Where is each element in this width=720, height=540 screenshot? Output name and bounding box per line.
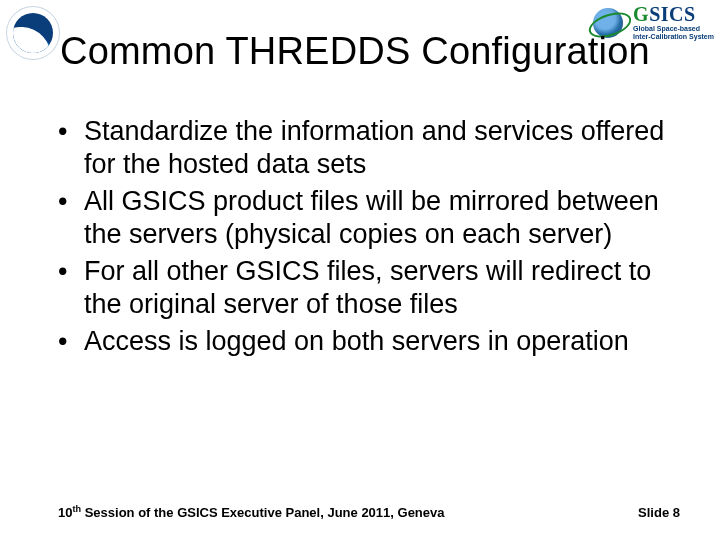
footer-ordinal-suffix: th (72, 504, 81, 514)
gsics-g: G (633, 3, 649, 25)
bullet-item: Access is logged on both servers in oper… (58, 325, 680, 358)
bullet-item: All GSICS product files will be mirrored… (58, 185, 680, 251)
slide: GSICS Global Space-based Inter-Calibrati… (0, 0, 720, 540)
bullet-item: Standardize the information and services… (58, 115, 680, 181)
noaa-logo (6, 6, 60, 60)
slide-footer: 10th Session of the GSICS Executive Pane… (58, 504, 680, 520)
footer-slide-number: Slide 8 (638, 505, 680, 520)
noaa-logo-graphic (6, 6, 60, 60)
footer-ordinal: 10 (58, 505, 72, 520)
footer-session-text: Session of the GSICS Executive Panel, Ju… (81, 505, 444, 520)
gsics-sics: SICS (649, 3, 695, 25)
bullet-item: For all other GSICS files, servers will … (58, 255, 680, 321)
footer-session: 10th Session of the GSICS Executive Pane… (58, 504, 445, 520)
slide-title: Common THREDDS Configuration (60, 30, 690, 73)
slide-body: Standardize the information and services… (58, 115, 680, 362)
